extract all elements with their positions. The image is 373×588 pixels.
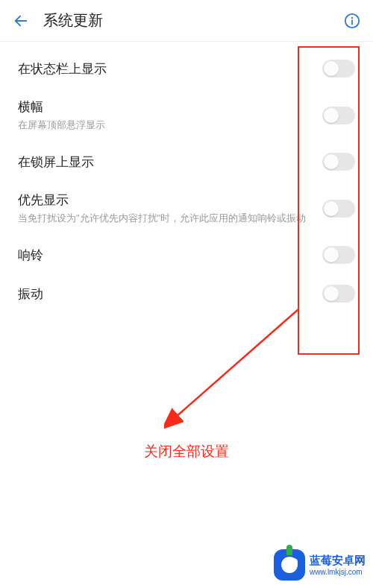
- toggle-lockscreen[interactable]: [322, 153, 355, 171]
- row-subtitle: 在屏幕顶部悬浮显示: [18, 118, 315, 132]
- row-lockscreen[interactable]: 在锁屏上显示: [0, 142, 373, 181]
- row-title: 在锁屏上显示: [18, 154, 315, 171]
- row-text: 振动: [18, 285, 322, 303]
- row-title: 横幅: [18, 98, 315, 116]
- row-priority[interactable]: 优先显示 当免打扰设为"允许优先内容打扰"时，允许此应用的通知响铃或振动: [0, 181, 373, 235]
- row-text: 横幅 在屏幕顶部悬浮显示: [18, 98, 322, 132]
- settings-list: 在状态栏上显示 横幅 在屏幕顶部悬浮显示 在锁屏上显示 优先显示 当免打扰设为"…: [0, 42, 373, 313]
- toggle-vibrate[interactable]: [322, 285, 355, 303]
- row-vibrate[interactable]: 振动: [0, 274, 373, 313]
- watermark-url: www.lmkjsj.com: [310, 568, 366, 576]
- blueberry-icon: [274, 549, 305, 581]
- page-title: 系统更新: [43, 10, 342, 31]
- row-text: 在状态栏上显示: [18, 60, 322, 78]
- watermark-title: 蓝莓安卓网: [310, 554, 366, 568]
- watermark: 蓝莓安卓网 www.lmkjsj.com: [274, 549, 366, 581]
- info-icon[interactable]: [342, 10, 363, 31]
- row-title: 振动: [18, 285, 315, 303]
- row-title: 响铃: [18, 247, 315, 264]
- annotation-arrow-icon: [164, 302, 313, 429]
- toggle-ring[interactable]: [322, 246, 355, 264]
- row-subtitle: 当免打扰设为"允许优先内容打扰"时，允许此应用的通知响铃或振动: [18, 212, 315, 225]
- row-text: 优先显示 当免打扰设为"允许优先内容打扰"时，允许此应用的通知响铃或振动: [18, 192, 322, 225]
- svg-rect-2: [351, 19, 353, 25]
- svg-line-3: [175, 309, 298, 417]
- header: 系统更新: [0, 0, 373, 42]
- row-banner[interactable]: 横幅 在屏幕顶部悬浮显示: [0, 88, 373, 142]
- annotation-label: 关闭全部设置: [0, 442, 373, 461]
- row-ring[interactable]: 响铃: [0, 235, 373, 274]
- back-icon[interactable]: [10, 10, 31, 31]
- row-text: 在锁屏上显示: [18, 154, 322, 171]
- row-title: 优先显示: [18, 192, 315, 209]
- watermark-text: 蓝莓安卓网 www.lmkjsj.com: [310, 554, 366, 576]
- toggle-banner[interactable]: [322, 107, 355, 124]
- toggle-status-bar[interactable]: [322, 60, 355, 78]
- row-text: 响铃: [18, 247, 322, 264]
- toggle-priority[interactable]: [322, 200, 355, 218]
- row-title: 在状态栏上显示: [18, 60, 315, 78]
- svg-point-1: [351, 16, 353, 18]
- row-status-bar[interactable]: 在状态栏上显示: [0, 49, 373, 88]
